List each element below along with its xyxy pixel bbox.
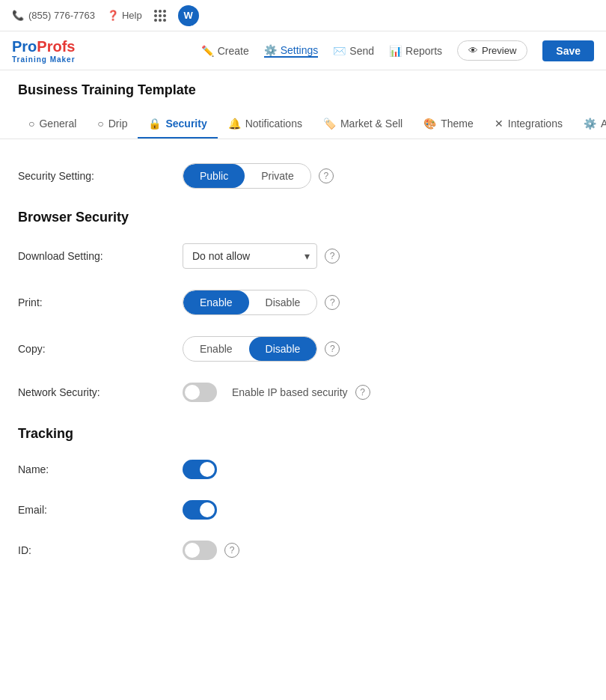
network-security-help[interactable]: ? — [355, 385, 370, 400]
tracking-id-label: ID: — [18, 544, 168, 556]
copy-toggle-group: Enable Disable — [183, 336, 317, 362]
tracking-id-controls: ? — [183, 541, 239, 560]
security-icon: 🔒 — [148, 118, 161, 130]
header: ProProfs Training Maker ✏️ Create ⚙️ Set… — [0, 31, 606, 70]
browser-security-section: Browser Security Download Setting: Do no… — [18, 210, 588, 402]
tracking-id-slider — [183, 541, 217, 560]
print-enable-button[interactable]: Enable — [183, 290, 249, 314]
print-help[interactable]: ? — [325, 295, 340, 310]
drip-icon: ○ — [97, 118, 103, 130]
tracking-email-controls — [183, 500, 217, 520]
phone-number: (855) 776-7763 — [28, 10, 95, 21]
network-security-row: Network Security: Enable IP based securi… — [18, 383, 588, 402]
download-setting-controls: Do not allow Allow ▾ ? — [183, 243, 340, 269]
print-setting-label: Print: — [18, 296, 168, 308]
copy-setting-controls: Enable Disable ? — [183, 336, 340, 362]
nav-settings[interactable]: ⚙️ Settings — [264, 44, 319, 58]
preview-button[interactable]: 👁 Preview — [457, 40, 527, 61]
browser-security-title: Browser Security — [18, 210, 588, 225]
network-security-toggle-label: Enable IP based security — [232, 386, 348, 398]
tracking-email-slider — [183, 500, 217, 520]
preview-icon: 👁 — [468, 45, 478, 56]
tab-advanced[interactable]: ⚙️ Advanced — [573, 110, 606, 139]
tab-drip[interactable]: ○ Drip — [87, 110, 138, 139]
notifications-icon: 🔔 — [228, 118, 241, 130]
tracking-email-row: Email: — [18, 500, 588, 520]
tracking-title: Tracking — [18, 426, 588, 442]
tab-theme[interactable]: 🎨 Theme — [413, 110, 484, 139]
help-icon: ❓ — [107, 10, 119, 21]
avatar[interactable]: W — [178, 5, 199, 26]
tab-market-sell[interactable]: 🏷️ Market & Sell — [313, 110, 413, 139]
tracking-name-label: Name: — [18, 463, 168, 475]
logo-profs: Profs — [37, 38, 75, 55]
nav-reports[interactable]: 📊 Reports — [389, 45, 442, 57]
tab-integrations[interactable]: ✕ Integrations — [484, 110, 573, 139]
copy-enable-button[interactable]: Enable — [183, 337, 249, 361]
help-link[interactable]: ❓ Help — [107, 10, 142, 21]
copy-setting-label: Copy: — [18, 343, 168, 355]
copy-help[interactable]: ? — [325, 341, 340, 356]
print-setting-controls: Enable Disable ? — [183, 290, 340, 315]
topbar-left: 📞 (855) 776-7763 ❓ Help W — [12, 5, 199, 26]
tracking-id-help[interactable]: ? — [224, 543, 239, 558]
download-select-wrapper: Do not allow Allow ▾ — [183, 243, 317, 269]
market-sell-icon: 🏷️ — [323, 118, 336, 130]
copy-setting-row: Copy: Enable Disable ? — [18, 336, 588, 362]
tracking-name-toggle[interactable] — [183, 460, 217, 479]
download-help[interactable]: ? — [325, 249, 340, 264]
help-label: Help — [122, 10, 142, 21]
grid-icon[interactable] — [154, 10, 166, 22]
integrations-icon: ✕ — [495, 118, 504, 130]
logo-sub: Training Maker — [12, 55, 76, 64]
tracking-section: Tracking Name: Email: ID: — [18, 426, 588, 560]
logo: ProProfs Training Maker — [12, 38, 76, 64]
phone-icon: 📞 — [12, 10, 24, 21]
save-button[interactable]: Save — [542, 40, 594, 61]
logo-pro: Pro — [12, 38, 37, 55]
main-content: Security Setting: Public Private ? Brows… — [0, 139, 606, 608]
tracking-email-toggle[interactable] — [183, 500, 217, 520]
tracking-name-row: Name: — [18, 460, 588, 479]
settings-icon: ⚙️ — [264, 44, 277, 56]
copy-disable-button[interactable]: Disable — [249, 337, 317, 361]
page-header: Business Training Template ○ General ○ D… — [0, 70, 606, 139]
page-title: Business Training Template — [18, 82, 588, 98]
theme-icon: 🎨 — [423, 118, 436, 130]
header-nav: ✏️ Create ⚙️ Settings ✉️ Send 📊 Reports … — [201, 40, 594, 61]
security-setting-controls: Public Private ? — [183, 163, 334, 189]
tabs: ○ General ○ Drip 🔒 Security 🔔 Notificati… — [18, 110, 588, 139]
security-setting-help[interactable]: ? — [319, 168, 334, 183]
advanced-icon: ⚙️ — [584, 118, 596, 130]
network-security-label: Network Security: — [18, 386, 168, 398]
phone-info: 📞 (855) 776-7763 — [12, 10, 95, 21]
download-setting-row: Download Setting: Do not allow Allow ▾ ? — [18, 243, 588, 269]
general-icon: ○ — [28, 118, 34, 130]
download-select[interactable]: Do not allow Allow — [183, 243, 317, 269]
public-button[interactable]: Public — [183, 164, 245, 188]
tracking-id-row: ID: ? — [18, 541, 588, 560]
network-security-slider — [183, 383, 217, 402]
nav-send[interactable]: ✉️ Send — [333, 45, 374, 57]
security-setting-row: Security Setting: Public Private ? — [18, 163, 588, 189]
tracking-name-controls — [183, 460, 217, 479]
private-button[interactable]: Private — [245, 164, 310, 188]
create-icon: ✏️ — [201, 45, 214, 57]
network-security-toggle[interactable] — [183, 383, 217, 402]
print-disable-button[interactable]: Disable — [249, 290, 317, 314]
send-icon: ✉️ — [333, 45, 346, 57]
network-security-controls: Enable IP based security ? — [183, 383, 370, 402]
print-toggle-group: Enable Disable — [183, 290, 317, 315]
security-setting-label: Security Setting: — [18, 170, 168, 182]
tab-notifications[interactable]: 🔔 Notifications — [218, 110, 313, 139]
logo-text: ProProfs Training Maker — [12, 38, 76, 64]
print-setting-row: Print: Enable Disable ? — [18, 290, 588, 315]
tab-general[interactable]: ○ General — [18, 110, 87, 139]
tab-security[interactable]: 🔒 Security — [138, 110, 217, 139]
tracking-id-toggle[interactable] — [183, 541, 217, 560]
nav-create[interactable]: ✏️ Create — [201, 45, 249, 57]
tracking-email-label: Email: — [18, 504, 168, 516]
top-bar: 📞 (855) 776-7763 ❓ Help W — [0, 0, 606, 31]
reports-icon: 📊 — [389, 45, 402, 57]
tracking-name-slider — [183, 460, 217, 479]
